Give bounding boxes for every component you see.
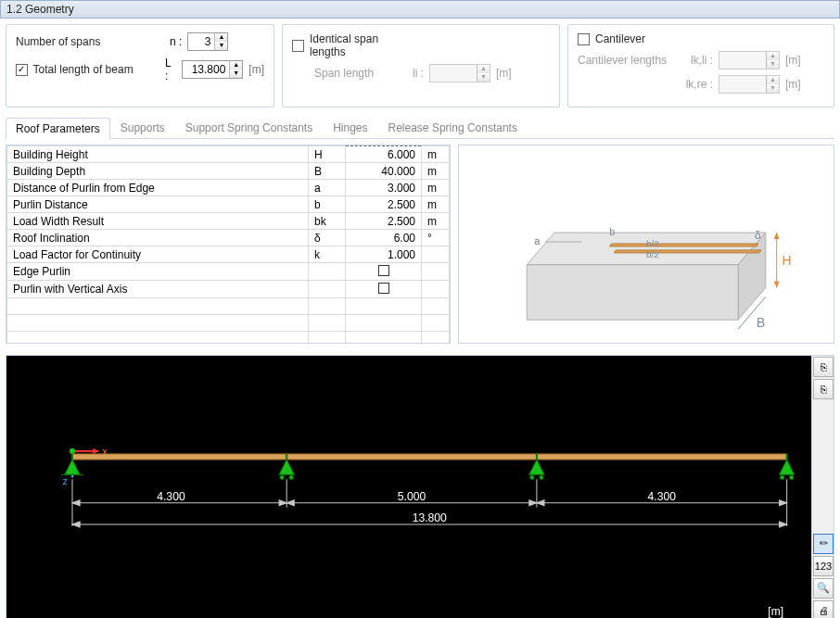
svg-marker-12	[774, 233, 780, 239]
param-symbol: B	[309, 163, 346, 180]
copy-button[interactable]: ⎘	[813, 357, 834, 377]
param-symbol: bk	[309, 213, 346, 230]
svg-text:B: B	[757, 315, 765, 330]
svg-marker-2	[527, 265, 738, 320]
param-name: Roof Inclination	[7, 230, 309, 246]
param-row[interactable]: Distance of Purlin from Edgea3.000m	[7, 180, 450, 196]
lkre-unit: [m]	[785, 78, 801, 91]
param-row[interactable]: Roof Inclinationδ6.00°	[7, 230, 450, 246]
param-unit: m	[422, 180, 450, 196]
svg-marker-32	[529, 460, 544, 474]
svg-text:b: b	[609, 226, 615, 237]
param-checkbox[interactable]	[378, 265, 389, 276]
svg-point-30	[289, 475, 293, 479]
svg-text:b/2: b/2	[646, 238, 659, 248]
svg-marker-13	[774, 282, 780, 288]
lkre-value	[719, 76, 766, 93]
beam-viewport[interactable]: x z	[6, 355, 834, 618]
tab-supports[interactable]: Supports	[110, 117, 175, 138]
param-symbol: k	[309, 246, 346, 263]
param-value[interactable]: 6.00	[346, 230, 422, 246]
li-label: li :	[413, 67, 424, 80]
tab-hinges[interactable]: Hinges	[323, 117, 377, 138]
svg-marker-25	[65, 460, 80, 474]
tab-roof-parameters[interactable]: Roof Parameters	[6, 118, 110, 139]
toggle-snap-button[interactable]: ✏	[813, 534, 834, 554]
param-value[interactable]	[346, 263, 422, 281]
param-row[interactable]: Load Width Resultbk2.500m	[7, 213, 450, 230]
svg-marker-52	[780, 500, 787, 506]
param-checkbox[interactable]	[378, 283, 389, 294]
param-symbol: b	[309, 196, 346, 213]
param-value[interactable]: 40.000	[346, 163, 422, 180]
tab-release-spring-constants[interactable]: Release Spring Constants	[378, 117, 528, 138]
param-name: Purlin Distance	[7, 196, 309, 213]
spin-up-icon: ▲	[767, 52, 779, 60]
show-values-button[interactable]: 123	[813, 556, 834, 576]
svg-point-38	[790, 475, 794, 479]
tabs: Roof Parameters Supports Support Spring …	[6, 117, 834, 139]
param-name: Load Factor for Continuity	[7, 246, 309, 263]
param-row[interactable]: Building DepthB40.000m	[7, 163, 450, 180]
spans-value[interactable]	[188, 33, 214, 50]
svg-point-37	[781, 475, 784, 479]
param-name: Building Depth	[7, 163, 309, 180]
lkli-value	[719, 52, 766, 69]
svg-text:H: H	[783, 253, 792, 268]
param-symbol: a	[309, 180, 346, 196]
spin-down-icon[interactable]: ▼	[230, 69, 242, 78]
param-unit: m	[422, 213, 450, 230]
total-length-label: Total length of beam	[33, 63, 159, 76]
param-unit: m	[422, 196, 450, 213]
spin-up-icon[interactable]: ▲	[215, 33, 227, 42]
total-length-checkbox[interactable]	[16, 64, 28, 76]
identical-checkbox[interactable]	[292, 40, 304, 52]
param-name: Building Height	[7, 146, 309, 163]
zoom-button[interactable]: 🔍	[813, 578, 834, 599]
window-titlebar: 1.2 Geometry	[0, 0, 840, 19]
spans-input[interactable]: ▲▼	[187, 32, 228, 51]
param-unit: m	[422, 146, 450, 163]
svg-marker-54	[72, 522, 80, 527]
identical-label: Identical span lengths	[310, 32, 412, 58]
span1-label: 4.300	[157, 490, 185, 503]
param-row[interactable]: Purlin with Vertical Axis	[7, 281, 450, 298]
param-row[interactable]: Edge Purlin	[7, 263, 450, 281]
panel-identical: Identical span lengths Span length li : …	[282, 24, 560, 107]
viewport-unit: [m]	[768, 605, 783, 618]
svg-marker-28	[279, 460, 294, 474]
svg-text:δ: δ	[755, 229, 761, 242]
svg-marker-49	[286, 500, 294, 506]
paste-button[interactable]: ⎘	[813, 379, 834, 399]
svg-marker-3	[609, 244, 757, 246]
param-value[interactable]: 2.500	[346, 213, 422, 230]
spin-down-icon[interactable]: ▼	[215, 42, 227, 50]
param-row[interactable]: Load Factor for Continuityk1.000	[7, 246, 450, 263]
param-value[interactable]: 6.000	[346, 146, 422, 163]
print-button[interactable]: 🖨	[813, 600, 834, 618]
svg-marker-51	[537, 500, 544, 506]
cantilever-checkbox[interactable]	[578, 33, 590, 45]
param-symbol: H	[309, 146, 346, 163]
total-length-input[interactable]: ▲▼	[182, 60, 243, 79]
param-value[interactable]: 1.000	[346, 246, 422, 263]
param-value[interactable]	[346, 281, 422, 298]
tab-support-spring-constants[interactable]: Support Spring Constants	[175, 117, 323, 138]
param-symbol	[309, 263, 346, 281]
span3-label: 4.300	[648, 490, 677, 503]
span-length-input: ▲▼	[429, 64, 490, 82]
param-row-empty	[7, 332, 450, 345]
spin-up-icon[interactable]: ▲	[230, 61, 242, 69]
svg-marker-36	[780, 460, 795, 474]
svg-marker-4	[614, 250, 761, 253]
param-row[interactable]: Building HeightH6.000m	[7, 146, 450, 163]
param-symbol: δ	[309, 230, 346, 246]
param-value[interactable]: 3.000	[346, 180, 422, 196]
param-row[interactable]: Purlin Distanceb2.500m	[7, 196, 450, 213]
param-row-empty	[7, 315, 450, 332]
roof-parameters-table[interactable]: Building HeightH6.000mBuilding DepthB40.…	[6, 145, 451, 344]
cantilever-lengths-label: Cantilever lengths	[578, 54, 680, 67]
viewport-toolbar: ⎘ ⎘ ✏ 123 🔍 🖨	[811, 356, 834, 618]
total-length-value[interactable]	[183, 61, 229, 78]
param-value[interactable]: 2.500	[346, 196, 422, 213]
